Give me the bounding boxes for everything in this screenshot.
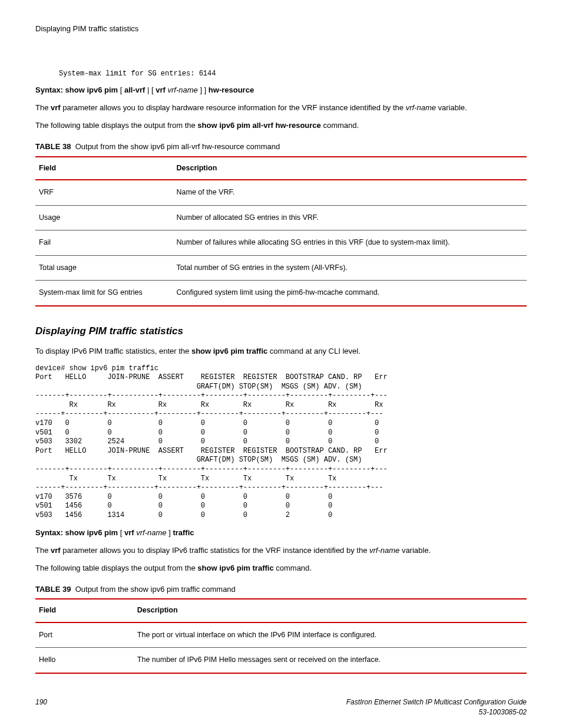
table39: Field Description PortThe port or virtua…: [35, 598, 527, 674]
table-row: Total usageTotal number of SG entries in…: [35, 255, 527, 281]
table38-title: Output from the show ipv6 pim all-vrf hw…: [75, 142, 280, 151]
table38: Field Description VRFName of the VRF. Us…: [35, 156, 527, 307]
para1b: vrf: [51, 103, 61, 112]
syntax2-close: ]: [167, 528, 173, 537]
para5b: show ipv6 pim traffic: [197, 564, 273, 572]
code-traffic-output: device# show ipv6 pim traffic Port HELLO…: [35, 364, 527, 521]
table39-caption: TABLE 39 Output from the show ipv6 pim t…: [35, 584, 527, 595]
syntax2-vrfname: vrf-name: [134, 528, 167, 537]
t38r2d: Number of failures while allocating SG e…: [173, 230, 527, 256]
syntax1-open: [: [118, 85, 124, 94]
para2c: command.: [321, 121, 359, 130]
para2a: The following table displays the output …: [35, 121, 197, 130]
table38-label: TABLE 38: [35, 142, 71, 151]
t38r4d: Configured system limit using the pim6-h…: [173, 281, 527, 306]
t38r1d: Number of allocated SG entries in this V…: [173, 205, 527, 230]
page-header-title: Displaying PIM traffic statistics: [35, 24, 527, 34]
para4d: vrf-name: [369, 546, 399, 555]
para4e: variable.: [399, 546, 431, 555]
syntax1-hw: hw-resource: [209, 85, 254, 94]
para-table39-intro: The following table displays the output …: [35, 563, 527, 574]
table39-h2: Description: [134, 599, 527, 622]
para1e: variable.: [436, 103, 467, 112]
t38r2f: Fail: [35, 230, 173, 256]
para3b: show ipv6 pim traffic: [191, 347, 267, 355]
para-vrf-desc-1: The vrf parameter allows you to display …: [35, 103, 527, 113]
table39-h1: Field: [35, 599, 134, 622]
para-table38-intro: The following table displays the output …: [35, 120, 527, 131]
para4b: vrf: [51, 546, 61, 555]
footer-right: FastIron Ethernet Switch IP Multicast Co…: [346, 697, 527, 717]
para3a: To display IPv6 PIM traffic statistics, …: [35, 347, 191, 355]
table38-h1: Field: [35, 157, 173, 180]
syntax1-vrfname: vrf-name: [166, 85, 198, 94]
t38r0d: Name of the VRF.: [173, 180, 527, 205]
t38r1f: Usage: [35, 205, 173, 230]
syntax1-allvrf: all-vrf: [124, 85, 145, 94]
table39-label: TABLE 39: [35, 585, 71, 594]
para1a: The: [35, 103, 51, 112]
para1d: vrf-name: [406, 103, 436, 112]
para1c: parameter allows you to display hardware…: [61, 103, 406, 112]
footer-doc-title: FastIron Ethernet Switch IP Multicast Co…: [346, 697, 527, 707]
syntax1-pipe: | [: [145, 85, 156, 94]
t38r0f: VRF: [35, 180, 173, 205]
para5a: The following table displays the output …: [35, 564, 197, 572]
table-row: PortThe port or virtual interface on whi…: [35, 622, 527, 648]
para3c: command at any CLI level.: [267, 347, 361, 355]
syntax1-vrf: vrf: [156, 85, 166, 94]
t38r3d: Total number of SG entries in the system…: [173, 255, 527, 281]
page-footer: 190 FastIron Ethernet Switch IP Multicas…: [35, 697, 527, 717]
section-heading-traffic: Displaying PIM traffic statistics: [35, 324, 527, 338]
para4c: parameter allows you to display IPv6 tra…: [61, 546, 369, 555]
para5c: command.: [274, 564, 312, 572]
t39r1f: Hello: [35, 648, 134, 673]
para2b: show ipv6 pim all-vrf hw-resource: [197, 121, 321, 130]
t38r4f: System-max limit for SG entries: [35, 281, 173, 306]
t39r1d: The number of IPv6 PIM Hello messages se…: [134, 648, 527, 673]
syntax1-close: ] ]: [198, 85, 209, 94]
syntax2-traffic: traffic: [173, 528, 194, 537]
syntax-line-1: Syntax: show ipv6 pim [ all-vrf | [ vrf …: [35, 85, 527, 95]
table38-h2: Description: [173, 157, 527, 180]
syntax2-prefix: Syntax: show ipv6 pim: [35, 528, 118, 537]
table38-caption: TABLE 38 Output from the show ipv6 pim a…: [35, 141, 527, 152]
table-row: System-max limit for SG entriesConfigure…: [35, 281, 527, 306]
syntax2-open: [: [118, 528, 124, 537]
t38r3f: Total usage: [35, 255, 173, 281]
table39-title: Output from the show ipv6 pim traffic co…: [75, 585, 236, 594]
table-row: HelloThe number of IPv6 PIM Hello messag…: [35, 648, 527, 673]
footer-doc-id: 53-1003085-02: [346, 707, 527, 717]
para-traffic-intro: To display IPv6 PIM traffic statistics, …: [35, 346, 527, 357]
t39r0f: Port: [35, 622, 134, 648]
page-number: 190: [35, 697, 47, 717]
para4a: The: [35, 546, 51, 555]
para-vrf-desc-2: The vrf parameter allows you to display …: [35, 545, 527, 556]
syntax2-vrf: vrf: [124, 528, 134, 537]
code-sysmax: System-max limit for SG entries: 6144: [59, 70, 527, 79]
syntax1-prefix: Syntax: show ipv6 pim: [35, 85, 118, 94]
table-row: UsageNumber of allocated SG entries in t…: [35, 205, 527, 230]
table-row: VRFName of the VRF.: [35, 180, 527, 205]
syntax-line-2: Syntax: show ipv6 pim [ vrf vrf-name ] t…: [35, 528, 527, 538]
table-row: FailNumber of failures while allocating …: [35, 230, 527, 256]
t39r0d: The port or virtual interface on which t…: [134, 622, 527, 648]
